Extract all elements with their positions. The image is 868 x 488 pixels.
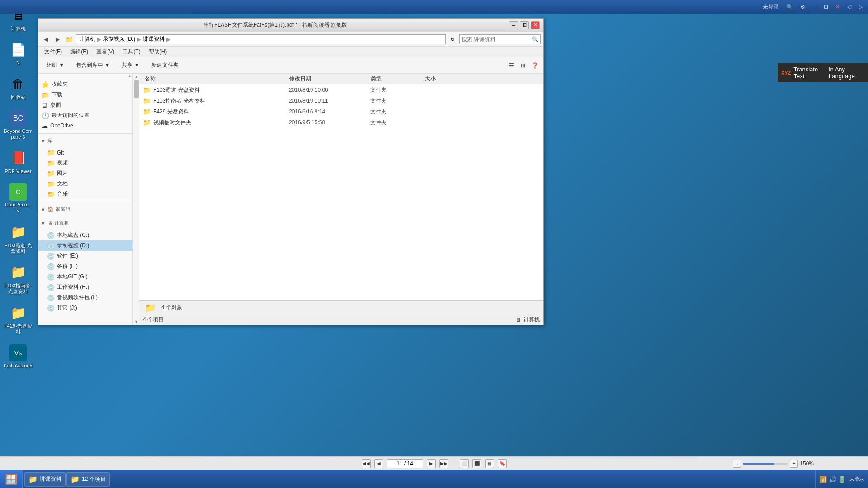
scroll-thumb[interactable]: [134, 80, 139, 98]
computer-expand-icon[interactable]: ▼: [41, 221, 46, 226]
sidebar-item-downloads[interactable]: 📁 下载: [38, 89, 132, 100]
breadcrumb-drive[interactable]: 录制视频 (D:): [103, 35, 135, 43]
menu-help[interactable]: 帮助(H): [145, 47, 171, 56]
breadcrumb-folder[interactable]: 讲课资料: [143, 35, 165, 43]
forward-button[interactable]: ▶: [52, 34, 62, 44]
share-button[interactable]: 共享 ▼: [117, 60, 144, 71]
sidebar-item-favorites[interactable]: ⭐ 收藏夹: [38, 79, 132, 89]
homegroup-icon: 🏠: [47, 206, 54, 212]
folder-big-icon: 📁: [145, 302, 156, 313]
search-input[interactable]: [462, 36, 531, 42]
sidebar-item-git[interactable]: 📁 Git: [38, 148, 132, 158]
nav-forward-top[interactable]: ▷: [857, 3, 864, 11]
pdf-two-page-button[interactable]: ▦: [485, 459, 494, 468]
back-button[interactable]: ◀: [41, 34, 51, 44]
maximize-button[interactable]: ⊡: [520, 21, 529, 29]
tray-volume-icon[interactable]: 🔊: [829, 476, 836, 483]
restore-top[interactable]: ⊡: [822, 3, 830, 11]
sidebar-drive-e[interactable]: 💿 软件 (E:): [38, 251, 132, 261]
zoom-slider[interactable]: [743, 463, 788, 465]
include-library-button[interactable]: 包含到库中 ▼: [71, 60, 115, 71]
settings-icon-top[interactable]: ⚙: [798, 3, 807, 11]
pdf-fit-width-button[interactable]: ⬛: [472, 459, 481, 468]
sidebar-drive-g[interactable]: 💿 本地GIT (G:): [38, 272, 132, 282]
sidebar-drive-j[interactable]: 💿 其它 (J:): [38, 303, 132, 313]
col-header-size[interactable]: 大小: [423, 75, 468, 83]
start-button[interactable]: 🪟: [0, 470, 23, 488]
view-options-button[interactable]: ☰: [506, 61, 516, 70]
file-row-3[interactable]: 📁 视频临时文件夹 2016/9/5 15:58 文件夹: [139, 117, 543, 128]
sidebar-drive-h[interactable]: 💿 工作资料 (H:): [38, 282, 132, 292]
desktop-icon-f103-zhinan[interactable]: 📁 F103指南者-光盘资料: [2, 262, 34, 296]
sidebar-drive-d[interactable]: 💿 录制视频 (D:): [38, 240, 132, 251]
close-top[interactable]: ✕: [834, 3, 842, 11]
translate-bar[interactable]: XYZ Translate Text In Any Language: [778, 63, 868, 82]
desktop-icon-beyond-compare[interactable]: BC Beyond Compare 3: [2, 108, 34, 142]
zoom-in-button[interactable]: +: [790, 460, 798, 468]
taskbar-explorer-2[interactable]: 📁 12 个项目: [66, 472, 110, 487]
nav-back-top[interactable]: ◁: [845, 3, 853, 11]
sidebar-drive-i[interactable]: 💿 音视频软件包 (I:): [38, 292, 132, 303]
menu-edit[interactable]: 编辑(E): [66, 47, 92, 56]
help-button[interactable]: ❓: [530, 61, 540, 70]
pdf-bookmark-button[interactable]: 🔖: [498, 459, 507, 468]
sidebar-drive-c[interactable]: 💿 本地磁盘 (C:): [38, 230, 132, 240]
refresh-button[interactable]: ↻: [448, 34, 458, 44]
breadcrumb-computer[interactable]: 计算机: [79, 35, 95, 43]
tray-network-icon[interactable]: 📶: [819, 476, 827, 483]
login-status-top[interactable]: 未登录: [761, 2, 781, 12]
view-toggle-button[interactable]: ⊞: [518, 61, 528, 70]
sidebar-item-music[interactable]: 📁 音乐: [38, 189, 132, 199]
sidebar-item-documents[interactable]: 📁 文档: [38, 178, 132, 189]
sidebar-drive-f[interactable]: 💿 备份 (F:): [38, 261, 132, 272]
file-row-0[interactable]: 📁 F103霸道-光盘资料 2016/8/19 10:06 文件夹: [139, 84, 543, 95]
taskbar: 🪟 📁 讲课资料 📁 12 个项目 📶 🔊 🔋 未登录: [0, 470, 868, 488]
desktop-icon-f429[interactable]: 📁 F429-光盘资料: [2, 302, 34, 337]
sidebar-item-videos[interactable]: 📁 视频: [38, 158, 132, 168]
desktop-icon-n[interactable]: 📄 N: [2, 39, 34, 68]
search-icon-top[interactable]: 🔍: [784, 3, 795, 11]
desktop-icon-f103-badao[interactable]: 📁 F103霸道-光盘资料: [2, 221, 34, 256]
sidebar-item-onedrive[interactable]: ☁ OneDrive: [38, 121, 132, 131]
computer-header: ▼ 🖥 计算机: [38, 218, 132, 228]
col-header-type[interactable]: 类型: [369, 75, 423, 83]
desktop-icon-keil[interactable]: Vs Keil uVision5: [2, 343, 34, 371]
f103-zhinan-icon: 📁: [9, 263, 27, 282]
col-header-name[interactable]: 名称: [143, 75, 288, 83]
file-row-1[interactable]: 📁 F103指南者-光盘资料 2016/8/19 10:11 文件夹: [139, 95, 543, 106]
sidebar-item-recent[interactable]: 🕒 最近访问的位置: [38, 110, 132, 121]
new-folder-button[interactable]: 新建文件夹: [146, 60, 184, 71]
col-header-date[interactable]: 修改日期: [288, 75, 369, 83]
beyond-compare-label: Beyond Compare 3: [4, 128, 33, 140]
taskbar-explorer[interactable]: 📁 讲课资料: [24, 472, 66, 487]
minimize-button[interactable]: ─: [509, 21, 518, 29]
desktop-icon-camreco[interactable]: C CamReco... V: [2, 182, 34, 216]
homegroup-expand-icon[interactable]: ▼: [41, 207, 46, 212]
desktop-icon-pdf[interactable]: 📕 PDF-Viewer: [2, 147, 34, 176]
sidebar-scrollbar[interactable]: ▲ ▼: [133, 74, 139, 325]
tray-battery-icon[interactable]: 🔋: [838, 476, 846, 483]
pdf-prev-button[interactable]: ◀: [374, 459, 383, 468]
pdf-fit-page-button[interactable]: ⬜: [460, 459, 469, 468]
close-button[interactable]: ✕: [531, 21, 540, 29]
pdf-first-button[interactable]: ◀◀: [362, 459, 371, 468]
pdf-page-input[interactable]: [387, 459, 423, 468]
library-expand-icon[interactable]: ▼: [41, 138, 46, 144]
search-icon[interactable]: 🔍: [532, 36, 538, 42]
breadcrumb[interactable]: 计算机 ▶ 录制视频 (D:) ▶ 讲课资料 ▶: [76, 34, 446, 44]
sidebar-item-desktop[interactable]: 🖥 桌面: [38, 100, 132, 110]
menu-view[interactable]: 查看(V): [93, 47, 118, 56]
zoom-out-button[interactable]: -: [733, 460, 741, 468]
minimize-top[interactable]: ─: [811, 3, 818, 11]
sidebar-item-pictures[interactable]: 📁 图片: [38, 168, 132, 178]
git-label: Git: [57, 150, 64, 156]
system-clock[interactable]: 未登录: [849, 476, 864, 483]
file-row-2[interactable]: 📁 F429-光盘资料 2016/6/16 9:14 文件夹: [139, 106, 543, 117]
pdf-last-button[interactable]: ▶▶: [439, 459, 448, 468]
up-button[interactable]: 📁: [64, 34, 74, 44]
pdf-next-button[interactable]: ▶: [427, 459, 436, 468]
organize-button[interactable]: 组织 ▼: [42, 60, 69, 71]
desktop-icon-recycle[interactable]: 🗑 回收站: [2, 73, 34, 102]
menu-file[interactable]: 文件(F): [41, 47, 66, 56]
menu-tools[interactable]: 工具(T): [119, 47, 144, 56]
